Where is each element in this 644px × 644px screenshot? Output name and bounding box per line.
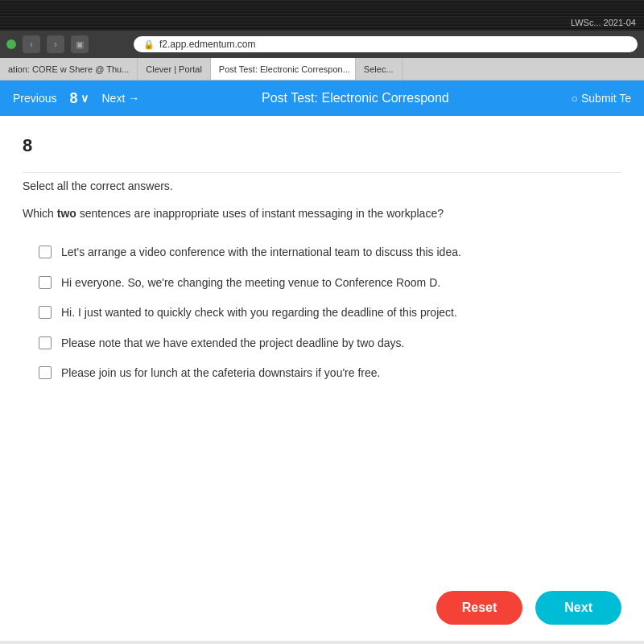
scan-lines-bar: LWSc... 2021-04 (0, 0, 644, 31)
previous-button[interactable]: Previous (13, 92, 56, 105)
tab-core[interactable]: ation: CORE w Shere @ Thu... (0, 58, 138, 80)
divider (23, 172, 621, 173)
question-number: 8 (23, 135, 621, 156)
question-suffix: sentences are inappropriate uses of inst… (76, 207, 444, 220)
question-number-value: 8 (69, 90, 77, 107)
question-text: Which two sentences are inappropriate us… (23, 205, 621, 222)
address-text: f2.app.edmentum.com (159, 39, 255, 50)
corner-text: LWSc... 2021-04 (571, 18, 636, 31)
chevron-down-icon: ∨ (80, 92, 89, 105)
submit-icon: ○ (572, 92, 578, 105)
app-toolbar: Previous 8 ∨ Next → Post Test: Electroni… (0, 80, 644, 116)
checkbox-3[interactable] (39, 306, 52, 319)
answer-option-4: Please note that we have extended the pr… (39, 336, 621, 352)
test-title: Post Test: Electronic Correspond (152, 91, 558, 105)
tab-post-test[interactable]: Post Test: Electronic Correspon... (211, 58, 356, 80)
question-bold: two (57, 207, 76, 220)
main-content: 8 Select all the correct answers. Which … (0, 116, 644, 567)
next-button[interactable]: Next (535, 591, 621, 625)
answer-text-1: Let's arrange a video conference with th… (61, 245, 461, 261)
instruction-text: Select all the correct answers. (23, 180, 621, 192)
answer-option-5: Please join us for lunch at the cafeteri… (39, 365, 621, 382)
submit-label: Submit Te (581, 92, 631, 105)
next-label: Next (101, 92, 125, 105)
answer-option-1: Let's arrange a video conference with th… (39, 245, 621, 261)
traffic-light-green (6, 39, 16, 49)
lock-icon: 🔒 (143, 39, 155, 50)
checkbox-5[interactable] (39, 366, 52, 379)
checkbox-2[interactable] (39, 276, 52, 289)
question-number-selector[interactable]: 8 ∨ (69, 90, 89, 107)
address-bar[interactable]: 🔒 f2.app.edmentum.com (134, 36, 638, 52)
submit-button[interactable]: ○ Submit Te (572, 92, 631, 105)
tab-bar: ation: CORE w Shere @ Thu... Clever | Po… (0, 58, 644, 80)
answer-text-5: Please join us for lunch at the cafeteri… (61, 365, 380, 382)
browser-chrome: ‹ › ▣ 🔒 f2.app.edmentum.com (0, 31, 644, 58)
question-prefix: Which (23, 207, 57, 220)
bottom-bar: Reset Next (0, 567, 644, 641)
answer-text-4: Please note that we have extended the pr… (61, 336, 405, 352)
answer-option-3: Hi. I just wanted to quickly check with … (39, 305, 621, 321)
next-button-toolbar[interactable]: Next → (101, 92, 139, 105)
tab-select[interactable]: Selec... (356, 58, 402, 80)
grid-button[interactable]: ▣ (71, 35, 89, 53)
forward-button[interactable]: › (47, 35, 64, 53)
tab-clever[interactable]: Clever | Portal (138, 58, 211, 80)
reset-button[interactable]: Reset (436, 591, 523, 625)
checkbox-1[interactable] (39, 246, 52, 258)
answer-option-2: Hi everyone. So, we're changing the meet… (39, 275, 621, 291)
answer-options: Let's arrange a video conference with th… (23, 245, 621, 382)
answer-text-3: Hi. I just wanted to quickly check with … (61, 305, 457, 321)
next-icon: → (128, 92, 139, 105)
answer-text-2: Hi everyone. So, we're changing the meet… (61, 275, 440, 291)
checkbox-4[interactable] (39, 336, 52, 349)
back-button[interactable]: ‹ (23, 35, 40, 53)
